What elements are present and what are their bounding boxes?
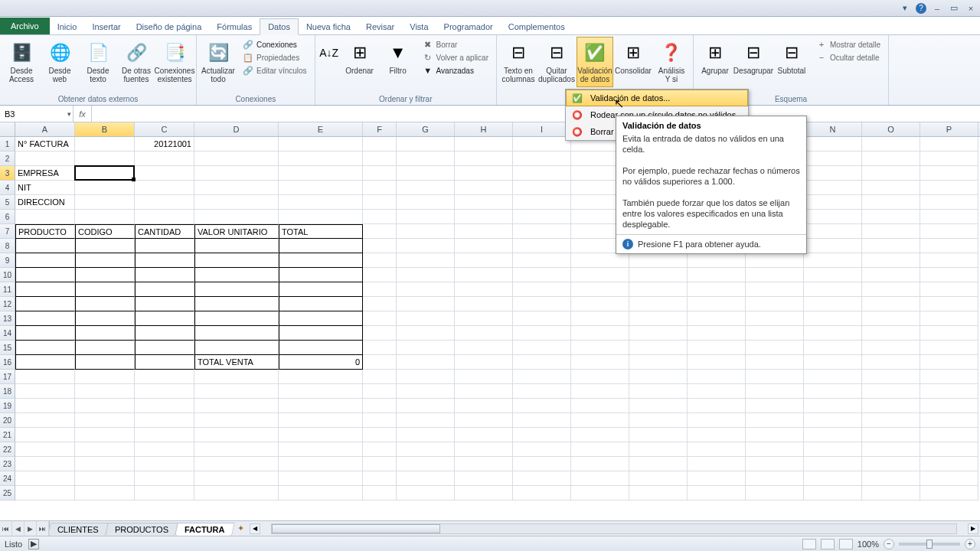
cell-N25[interactable]: [804, 486, 862, 500]
name-box[interactable]: B3▾: [0, 106, 74, 122]
cell-E24[interactable]: [279, 471, 363, 486]
cell-K9[interactable]: [629, 253, 688, 268]
cell-F7[interactable]: [363, 224, 397, 239]
cell-O22[interactable]: [862, 442, 920, 457]
cell-L18[interactable]: [688, 384, 746, 399]
cell-A8[interactable]: [15, 239, 75, 253]
cell-C15[interactable]: [135, 341, 194, 355]
cell-D21[interactable]: [194, 428, 279, 442]
cell-O13[interactable]: [862, 311, 920, 326]
cell-O6[interactable]: [862, 210, 920, 224]
cell-N16[interactable]: [804, 355, 862, 370]
cell-B16[interactable]: [75, 355, 135, 370]
cell-I17[interactable]: [513, 370, 571, 384]
cell-E17[interactable]: [279, 370, 363, 384]
cell-L23[interactable]: [688, 457, 746, 471]
cell-H20[interactable]: [455, 413, 513, 428]
cell-G15[interactable]: [397, 341, 455, 355]
cell-D1[interactable]: [194, 137, 279, 152]
cell-H2[interactable]: [455, 152, 513, 166]
cell-J12[interactable]: [571, 297, 629, 311]
cell-C10[interactable]: [135, 268, 194, 282]
cell-E7[interactable]: TOTAL: [279, 224, 363, 239]
col-header-B[interactable]: B: [75, 122, 135, 136]
cell-B17[interactable]: [75, 370, 135, 384]
refresh-all-button[interactable]: 🔄Actualizar todo: [200, 37, 237, 87]
cell-E5[interactable]: [279, 195, 363, 210]
cell-P25[interactable]: [920, 486, 978, 500]
row-header-6[interactable]: 6: [0, 210, 15, 224]
cell-F22[interactable]: [363, 442, 397, 457]
cell-I2[interactable]: [513, 152, 571, 166]
cell-E19[interactable]: [279, 399, 363, 413]
cell-I8[interactable]: [513, 239, 571, 253]
cell-M25[interactable]: [746, 486, 804, 500]
cell-C12[interactable]: [135, 297, 194, 311]
cell-O24[interactable]: [862, 471, 920, 486]
remove-duplicates-button[interactable]: ⊟Quitar duplicados: [538, 37, 575, 87]
cell-J15[interactable]: [571, 341, 629, 355]
cell-J25[interactable]: [571, 486, 629, 500]
cell-H22[interactable]: [455, 442, 513, 457]
hscroll-right[interactable]: ▶: [968, 523, 978, 534]
col-header-A[interactable]: A: [15, 122, 75, 136]
cell-H18[interactable]: [455, 384, 513, 399]
cell-N9[interactable]: [804, 253, 862, 268]
row-header-10[interactable]: 10: [0, 268, 15, 282]
cell-A16[interactable]: [15, 355, 75, 370]
cell-B11[interactable]: [75, 282, 135, 297]
cell-N17[interactable]: [804, 370, 862, 384]
cell-N2[interactable]: [804, 152, 862, 166]
cell-B25[interactable]: [75, 486, 135, 500]
cell-O4[interactable]: [862, 181, 920, 195]
cell-L21[interactable]: [688, 428, 746, 442]
select-all-corner[interactable]: [0, 122, 15, 136]
cell-J10[interactable]: [571, 268, 629, 282]
cell-I21[interactable]: [513, 428, 571, 442]
from-text-button[interactable]: 📄Desde texto: [80, 37, 116, 87]
cell-D9[interactable]: [194, 253, 279, 268]
cell-C25[interactable]: [135, 486, 194, 500]
from-web-button[interactable]: 🌐Desde web: [41, 37, 78, 87]
cell-M11[interactable]: [746, 282, 804, 297]
cell-B1[interactable]: [75, 137, 135, 152]
hscroll-left[interactable]: ◀: [250, 523, 260, 534]
cell-K12[interactable]: [629, 297, 688, 311]
cell-I19[interactable]: [513, 399, 571, 413]
cell-H7[interactable]: [455, 224, 513, 239]
cell-C17[interactable]: [135, 370, 194, 384]
sort-button[interactable]: ⊞Ordenar: [341, 37, 378, 79]
sheet-nav-first[interactable]: ⏮: [0, 521, 12, 536]
cell-B18[interactable]: [75, 384, 135, 399]
col-header-C[interactable]: C: [135, 122, 194, 136]
row-header-9[interactable]: 9: [0, 253, 15, 268]
cell-D3[interactable]: [194, 166, 279, 181]
cell-O7[interactable]: [862, 224, 920, 239]
row-header-24[interactable]: 24: [0, 471, 15, 486]
cell-J19[interactable]: [571, 399, 629, 413]
cell-M19[interactable]: [746, 399, 804, 413]
cell-M22[interactable]: [746, 442, 804, 457]
cell-M9[interactable]: [746, 253, 804, 268]
cell-E22[interactable]: [279, 442, 363, 457]
cell-K24[interactable]: [629, 471, 688, 486]
cell-A24[interactable]: [15, 471, 75, 486]
text-to-columns-button[interactable]: ⊟Texto en columnas: [500, 37, 537, 87]
cell-P24[interactable]: [920, 471, 978, 486]
row-header-22[interactable]: 22: [0, 442, 15, 457]
cell-E13[interactable]: [279, 311, 363, 326]
cell-O2[interactable]: [862, 152, 920, 166]
col-header-N[interactable]: N: [804, 122, 862, 136]
cell-C13[interactable]: [135, 311, 194, 326]
cell-N11[interactable]: [804, 282, 862, 297]
cell-G24[interactable]: [397, 471, 455, 486]
cell-F21[interactable]: [363, 428, 397, 442]
cell-H25[interactable]: [455, 486, 513, 500]
cell-G12[interactable]: [397, 297, 455, 311]
cell-K10[interactable]: [629, 268, 688, 282]
cell-F17[interactable]: [363, 370, 397, 384]
cell-P6[interactable]: [920, 210, 978, 224]
cell-L16[interactable]: [688, 355, 746, 370]
cell-P23[interactable]: [920, 457, 978, 471]
col-header-H[interactable]: H: [455, 122, 513, 136]
